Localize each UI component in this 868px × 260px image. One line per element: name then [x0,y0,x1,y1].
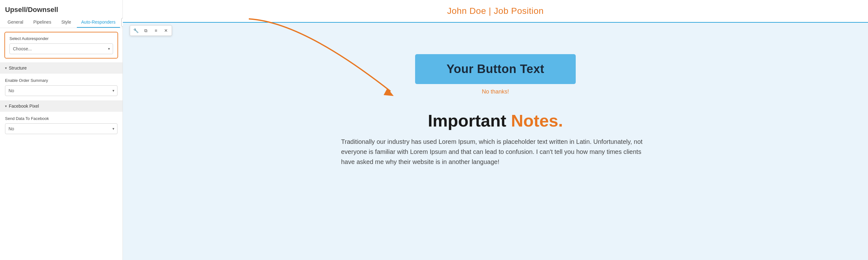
important-title-accent: Notes. [511,111,563,130]
facebook-pixel-section-header[interactable]: ▾ Facebook Pixel [0,100,123,112]
wrench-icon[interactable]: 🔧 [132,27,140,34]
tab-autoresponders[interactable]: Auto-Responders [77,17,120,28]
enable-order-summary-select[interactable]: No Yes [5,85,118,96]
structure-section-header[interactable]: ▾ Structure [0,62,123,74]
no-thanks-link[interactable]: No thanks! [482,89,509,95]
close-icon[interactable]: ✕ [162,27,170,34]
tabs-row: General Pipelines Style Auto-Responders … [0,17,123,28]
autoresponder-select-wrapper: Choose... ▾ [9,43,113,54]
autoresponder-section: Select Autoresponder Choose... ▾ [4,32,118,59]
list-icon[interactable]: ≡ [152,27,160,34]
cta-button[interactable]: Your Button Text [415,54,576,84]
structure-content: Enable Order Summary No Yes ▾ [0,74,123,100]
important-section: Important Notes. Traditionally our indus… [341,111,650,167]
left-panel: Upsell/Downsell General Pipelines Style … [0,0,123,260]
tab-general[interactable]: General [3,17,28,28]
enable-order-summary-label: Enable Order Summary [5,78,118,83]
send-data-facebook-select[interactable]: No Yes [5,123,118,134]
canvas-body: Your Button Text No thanks! Important No… [123,23,868,180]
canvas-header-name: John Doe | Job Position [447,6,544,16]
page-title: Upsell/Downsell [0,0,123,17]
autoresponder-label: Select Autoresponder [9,36,113,41]
important-title-text: Important [428,111,506,130]
important-title: Important Notes. [341,111,650,130]
structure-label: Structure [9,65,27,70]
tab-pipelines[interactable]: Pipelines [29,17,56,28]
tab-style[interactable]: Style [57,17,75,28]
autoresponder-select[interactable]: Choose... [9,43,113,54]
facebook-pixel-label: Facebook Pixel [9,103,39,108]
facebook-pixel-chevron-icon: ▾ [5,104,7,108]
duplicate-icon[interactable]: ⧉ [142,27,150,34]
send-data-facebook-label: Send Data To Facebook [5,116,118,121]
send-data-facebook-select-wrapper: No Yes ▾ [5,123,118,134]
enable-order-summary-select-wrapper: No Yes ▾ [5,85,118,96]
element-toolbar: 🔧 ⧉ ≡ ✕ [130,25,172,36]
canvas-header: John Doe | Job Position [123,0,868,23]
structure-chevron-icon: ▾ [5,66,7,70]
important-body-text: Traditionally our industry has used Lore… [341,137,650,167]
right-canvas: John Doe | Job Position 🔧 ⧉ ≡ ✕ Your But… [123,0,868,260]
facebook-pixel-content: Send Data To Facebook No Yes ▾ [0,112,123,138]
